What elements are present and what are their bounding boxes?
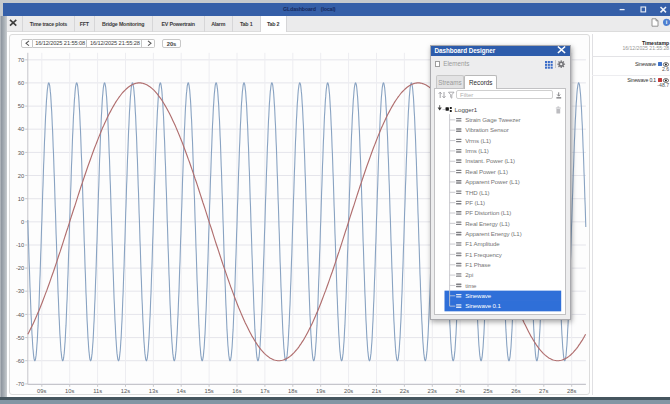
svg-text:THD (L1): THD (L1)	[465, 189, 489, 196]
svg-text:Vibration Sensor: Vibration Sensor	[465, 126, 508, 133]
svg-text:F1 Frequency: F1 Frequency	[465, 251, 502, 258]
svg-text:Sinewave 0.1: Sinewave 0.1	[465, 302, 501, 309]
svg-text:F1 Amplitude: F1 Amplitude	[465, 240, 500, 247]
svg-text:Logger1: Logger1	[455, 106, 478, 113]
svg-text:2pi: 2pi	[465, 271, 473, 278]
svg-text:Instant. Power (L1): Instant. Power (L1)	[465, 157, 515, 164]
svg-text:Real Power (L1): Real Power (L1)	[465, 168, 508, 175]
svg-text:Irms (L1): Irms (L1)	[465, 147, 489, 154]
svg-text:Sinewave: Sinewave	[465, 292, 491, 299]
svg-text:Real Energy (L1): Real Energy (L1)	[465, 220, 510, 227]
svg-text:PF Distortion (L1): PF Distortion (L1)	[465, 209, 511, 216]
svg-text:Apparent Energy (L1): Apparent Energy (L1)	[465, 230, 521, 237]
svg-text:Strain Gage Tweezer: Strain Gage Tweezer	[465, 116, 520, 123]
svg-text:Vrms (L1): Vrms (L1)	[465, 137, 491, 144]
svg-text:PF (L1): PF (L1)	[465, 199, 485, 206]
svg-text:time: time	[465, 282, 477, 289]
svg-text:F1 Phase: F1 Phase	[465, 261, 491, 268]
svg-text:Apparent Power (L1): Apparent Power (L1)	[465, 178, 519, 185]
